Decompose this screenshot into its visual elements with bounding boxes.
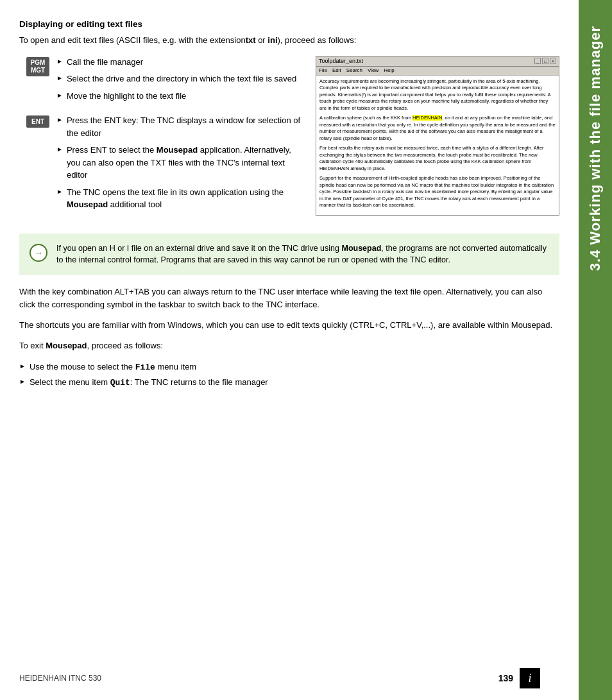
ent-steps-col: ► Press the ENT key: The TNC displays a … <box>56 114 303 216</box>
screenshot-menubar: File Edit Search View Help <box>316 67 559 75</box>
menu-view[interactable]: View <box>368 67 378 74</box>
info-arrow-circle-icon: → <box>30 244 47 262</box>
exit-intro: To exit Mousepad, proceed as follows: <box>19 339 559 352</box>
info-footer-icon: i <box>520 668 540 688</box>
step-item-1: ► Call the file manager <box>56 56 303 69</box>
exit-bullet-2: ► <box>19 378 26 385</box>
step-text-5: Press ENT to select the Mousepad applica… <box>67 144 303 182</box>
win-minimize-btn[interactable]: _ <box>534 58 541 64</box>
screenshot-col: Toolpdater_en.txt _ □ × File Edit Search… <box>316 56 559 223</box>
menu-search[interactable]: Search <box>346 67 362 74</box>
step-text-6: The TNC opens the text file in its own a… <box>67 186 303 211</box>
bullet-arrow-6: ► <box>56 188 63 195</box>
exit-steps-list: ► Use the mouse to select the File menu … <box>19 361 559 389</box>
step-group-ent: ENT ► Press the ENT key: The TNC display… <box>19 114 303 216</box>
step-item-4: ► Press the ENT key: The TNC displays a … <box>56 114 303 139</box>
ent-key: ENT <box>26 115 49 128</box>
section-heading: Displaying or editing text files <box>19 19 559 29</box>
screenshot-body: Accuracy requirements are becoming incre… <box>316 76 559 215</box>
step-item-3: ► Move the highlight to the text file <box>56 90 303 103</box>
screenshot-title: Toolpdater_en.txt <box>319 58 363 65</box>
screenshot-titlebar: Toolpdater_en.txt _ □ × <box>316 56 559 67</box>
body-paragraph-1: With the key combination ALT+TAB you can… <box>19 286 559 311</box>
pgm-mgt-key-col: PGMMGT <box>19 56 56 107</box>
menu-help[interactable]: Help <box>384 67 394 74</box>
steps-left-col: PGMMGT ► Call the file manager ► Select … <box>19 56 303 223</box>
page-number: 139 <box>498 673 513 683</box>
bullet-arrow-4: ► <box>56 116 63 123</box>
exit-step-2: ► Select the menu item Quit: The TNC ret… <box>19 376 559 389</box>
screenshot-window: Toolpdater_en.txt _ □ × File Edit Search… <box>316 56 559 216</box>
body-paragraph-2: The shortcuts you are familiar with from… <box>19 319 559 332</box>
exit-bullet-1: ► <box>19 363 26 370</box>
chapter-sidebar: 3.4 Working with the file manager <box>579 0 612 700</box>
step-text-4: Press the ENT key: The TNC displays a wi… <box>67 114 303 139</box>
pgm-mgt-key: PGMMGT <box>26 57 49 76</box>
two-col-layout: PGMMGT ► Call the file manager ► Select … <box>19 56 559 223</box>
info-icon: → <box>28 243 49 263</box>
bullet-arrow-5: ► <box>56 146 63 153</box>
screenshot-para-1: Accuracy requirements are becoming incre… <box>319 78 556 112</box>
bullet-arrow-1: ► <box>56 58 63 65</box>
step-group-pgm: PGMMGT ► Call the file manager ► Select … <box>19 56 303 107</box>
exit-step-1: ► Use the mouse to select the File menu … <box>19 361 559 374</box>
screenshot-para-2: A calibration sphere (such as the KKK fr… <box>319 115 556 142</box>
step-text-1: Call the file manager <box>67 56 303 69</box>
step-item-6: ► The TNC opens the text file in its own… <box>56 186 303 211</box>
menu-edit[interactable]: Edit <box>332 67 341 74</box>
exit-section: To exit Mousepad, proceed as follows: ► … <box>19 339 559 389</box>
exit-step-text-2: Select the menu item Quit: The TNC retur… <box>30 376 559 389</box>
info-box: → If you open an H or I file on an exter… <box>19 234 559 276</box>
bullet-arrow-3: ► <box>56 92 63 99</box>
step-text-3: Move the highlight to the text file <box>67 90 303 103</box>
exit-step-text-1: Use the mouse to select the File menu it… <box>30 361 559 374</box>
footer-brand: HEIDENHAIN iTNC 530 <box>19 674 101 683</box>
step-item-5: ► Press ENT to select the Mousepad appli… <box>56 144 303 182</box>
window-controls: _ □ × <box>534 58 556 64</box>
ent-key-col: ENT <box>19 114 56 216</box>
win-close-btn[interactable]: × <box>550 58 556 64</box>
screenshot-para-3: For best results the rotary axis must be… <box>319 145 556 172</box>
screenshot-para-4: Support for the measurement of Hirth-cou… <box>319 175 556 209</box>
step-item-2: ► Select the drive and the directory in … <box>56 73 303 85</box>
pgm-steps-col: ► Call the file manager ► Select the dri… <box>56 56 303 107</box>
info-box-text: If you open an H or I file on an externa… <box>56 243 550 267</box>
bullet-arrow-2: ► <box>56 74 63 81</box>
step-text-2: Select the drive and the directory in wh… <box>67 73 303 85</box>
intro-text: To open and edit text files (ASCII files… <box>19 34 559 47</box>
chapter-title: 3.4 Working with the file manager <box>587 26 604 271</box>
page-footer: HEIDENHAIN iTNC 530 139 i <box>19 668 540 688</box>
win-maximize-btn[interactable]: □ <box>542 58 548 64</box>
menu-file[interactable]: File <box>319 67 327 74</box>
